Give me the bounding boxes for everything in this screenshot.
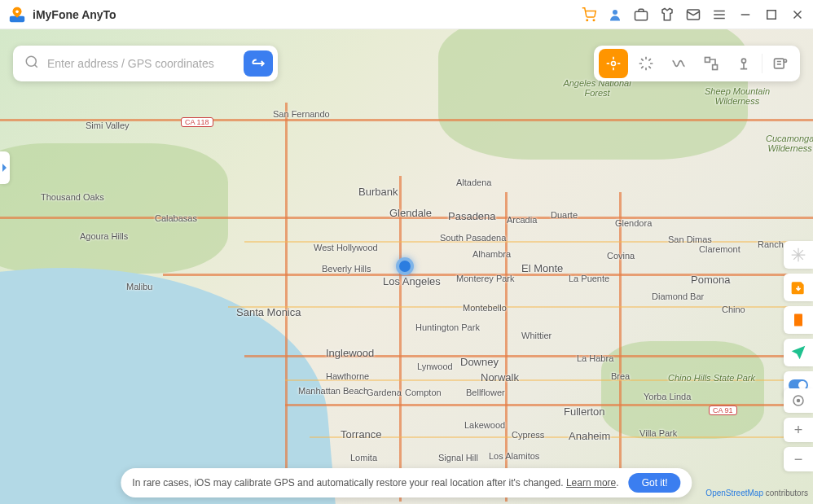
titlebar: iMyFone AnyTo <box>0 0 813 29</box>
zoom-in-button[interactable]: + <box>784 418 813 442</box>
export-gpx-icon[interactable] <box>784 306 813 334</box>
titlebar-actions <box>582 7 805 22</box>
map-attribution: OpenStreetMap contributors <box>705 489 808 497</box>
share-location-icon[interactable] <box>784 339 813 366</box>
svg-rect-5 <box>635 11 648 20</box>
mode-multi-spot-button[interactable] <box>697 49 726 78</box>
notice-bar: In rare cases, iOS may calibrate GPS and… <box>121 468 692 497</box>
svg-rect-21 <box>705 58 710 63</box>
search-input[interactable] <box>47 57 235 70</box>
expand-panel-button[interactable] <box>0 151 10 184</box>
svg-point-1 <box>15 10 19 13</box>
menu-icon[interactable] <box>712 7 727 22</box>
cart-icon[interactable] <box>582 7 596 22</box>
mode-separator <box>762 54 762 73</box>
notice-text: In rare cases, iOS may calibrate GPS and… <box>132 477 563 489</box>
svg-rect-26 <box>794 314 802 327</box>
search-go-button[interactable] <box>244 50 273 77</box>
app-title: iMyFone AnyTo <box>33 8 116 21</box>
minimize-icon[interactable] <box>738 7 753 22</box>
user-icon[interactable] <box>608 7 622 22</box>
svg-line-15 <box>34 64 37 67</box>
notice-learn-more-link[interactable]: Learn more <box>566 477 616 489</box>
svg-rect-11 <box>767 10 776 19</box>
cooldown-icon[interactable] <box>784 241 813 269</box>
briefcase-icon[interactable] <box>634 7 648 22</box>
map[interactable]: Simi ValleySan FernandoThousand OaksAgou… <box>0 29 813 504</box>
close-icon[interactable] <box>790 7 805 22</box>
mode-teleport-button[interactable] <box>599 49 628 78</box>
svg-point-14 <box>26 56 36 66</box>
svg-point-4 <box>613 10 617 15</box>
svg-point-3 <box>593 20 595 21</box>
search-icon <box>24 55 39 72</box>
zoom-tools: + − <box>784 388 813 471</box>
current-location-marker <box>396 257 414 275</box>
mode-custom-button[interactable] <box>729 49 758 78</box>
maximize-icon[interactable] <box>764 7 779 22</box>
notice-dismiss-button[interactable]: Got it! <box>629 473 681 493</box>
mode-jump-button[interactable] <box>631 49 661 78</box>
svg-point-2 <box>587 20 588 21</box>
mode-records-button[interactable] <box>766 49 795 78</box>
highway-badge: CA 91 <box>709 405 737 415</box>
import-gpx-icon[interactable] <box>784 274 813 301</box>
zoom-out-button[interactable]: − <box>784 447 813 471</box>
svg-point-30 <box>798 400 800 402</box>
svg-point-25 <box>784 59 786 62</box>
search-box <box>13 46 278 81</box>
app-logo-icon <box>8 6 26 24</box>
shirt-icon[interactable] <box>660 7 675 22</box>
attribution-suffix: contributors <box>763 489 808 497</box>
locate-me-button[interactable] <box>784 388 813 413</box>
highway-badge: CA 118 <box>181 117 213 127</box>
mode-toolbar <box>594 46 800 81</box>
svg-point-16 <box>612 62 616 66</box>
svg-point-23 <box>742 59 746 63</box>
mail-icon[interactable] <box>686 7 701 22</box>
osm-link[interactable]: OpenStreetMap <box>705 489 763 497</box>
svg-rect-22 <box>713 65 718 70</box>
mode-two-spot-button[interactable] <box>664 49 693 78</box>
side-tools <box>784 241 813 399</box>
